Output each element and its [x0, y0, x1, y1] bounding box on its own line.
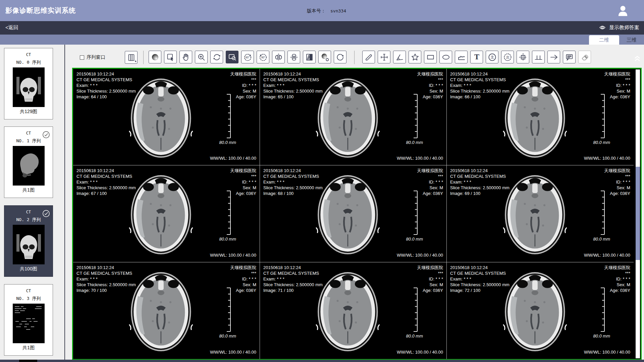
viewport-cell[interactable]: 20150618 10:12:24 CT GE MEDICAL SYSTEMS … [73, 262, 260, 359]
flip-v-icon [289, 53, 299, 62]
tool-draw-ellipse[interactable] [439, 51, 452, 63]
tool-pan[interactable] [179, 51, 192, 63]
tab-3d[interactable]: 三维 [619, 35, 644, 45]
scale-ruler [413, 287, 418, 332]
collapse-toolbar-button[interactable] [633, 53, 642, 62]
cell-patient-id: ID: * * * [230, 83, 256, 88]
viewport-cell[interactable]: 20150618 10:12:24 CT GE MEDICAL SYSTEMS … [260, 69, 447, 165]
tool-select[interactable] [164, 51, 177, 63]
cell-overlay-top-left: 20150618 10:12:24 CT GE MEDICAL SYSTEMS … [450, 265, 509, 293]
horizontal-scrollbar-thumb[interactable] [19, 360, 37, 362]
tool-text-annotation[interactable] [470, 51, 483, 63]
viewport-cell[interactable]: 20150618 10:12:24 CT GE MEDICAL SYSTEMS … [447, 262, 634, 359]
tool-baseline-ticks[interactable] [532, 51, 545, 63]
scale-ruler [413, 190, 418, 235]
tool-arrow-annotation[interactable] [547, 51, 560, 63]
cell-system: CT GE MEDICAL SYSTEMS [450, 270, 509, 276]
tool-measure-angle[interactable] [393, 51, 406, 63]
cell-overlay-top-left: 20150618 10:12:24 CT GE MEDICAL SYSTEMS … [263, 168, 323, 196]
cell-wwwl: WW/WL: 100.00 / 40.00 [397, 155, 443, 161]
tool-zoom[interactable] [195, 51, 208, 63]
cell-patient-id: ID: * * * [417, 179, 443, 185]
cell-slice-thickness: Slice Thickness: 2.500000 mm [450, 282, 509, 288]
ball-small-icon [320, 53, 329, 62]
tool-rotate-left-90[interactable] [241, 51, 254, 63]
tool-grid-localizer[interactable] [517, 51, 529, 63]
ct-brain-image [314, 170, 382, 257]
series-card[interactable]: CT NO. 3 序列 共1图 [4, 284, 53, 356]
cross-icon [380, 53, 389, 62]
cell-slice-thickness: Slice Thickness: 2.500000 mm [263, 282, 323, 288]
cell-age: Age: 036Y [604, 288, 630, 293]
viewport-scrollbar[interactable] [636, 69, 640, 358]
viewport-scrollbar-thumb[interactable] [636, 167, 640, 260]
series-card[interactable]: CT NO. 2 序列 共100图 [4, 205, 53, 277]
cell-overlay-top-right: 天堰模拟医院 *** ID: * * * Sex: M Age: 036Y [604, 265, 630, 293]
tool-measure-line[interactable] [362, 51, 375, 63]
tool-profile-curve[interactable] [455, 51, 468, 63]
cell-hospital: 天堰模拟医院 [230, 168, 256, 173]
check-icon [42, 131, 50, 139]
ellipse-icon [441, 53, 450, 62]
star-icon [411, 53, 420, 62]
eye-icon [598, 24, 606, 31]
series-count: 共1图 [4, 345, 53, 351]
tool-invert[interactable] [303, 51, 316, 63]
series-title: NO. 1 序列 [4, 138, 53, 144]
eraser-icon [580, 53, 589, 62]
back-button[interactable]: <返回 [5, 24, 18, 31]
version-value: svn334 [330, 8, 346, 13]
cell-overlay-top-right: 天堰模拟医院 *** ID: * * * Sex: M Age: 036Y [230, 71, 256, 100]
user-avatar-icon[interactable] [616, 4, 630, 18]
cell-hospital: 天堰模拟医院 [230, 71, 256, 77]
cell-datetime: 20150618 10:12:24 [450, 168, 509, 173]
circle-main-icon [488, 53, 497, 62]
tool-flip-horizontal[interactable] [272, 51, 285, 63]
series-thumbnail [13, 146, 45, 186]
horizontal-scrollbar[interactable] [0, 360, 644, 362]
tool-measure-cross[interactable] [378, 51, 390, 63]
cell-age: Age: 036Y [230, 191, 256, 196]
grid-icon [519, 53, 528, 62]
layout-columns-button[interactable] [125, 51, 138, 64]
tool-sync-rotate[interactable] [210, 51, 223, 63]
viewport-cell[interactable]: 20150618 10:12:24 CT GE MEDICAL SYSTEMS … [73, 165, 260, 262]
cell-wwwl: WW/WL: 100.00 / 40.00 [584, 155, 630, 161]
header-bar: 影像诊断思维实训系统 版本号：svn334 [0, 0, 644, 21]
baseline-icon [534, 53, 543, 62]
cell-datetime: 20150618 10:12:24 [76, 71, 136, 77]
chevron-up-icon [633, 53, 642, 62]
cell-exam: Exam: * * * [450, 83, 509, 88]
viewport-cell[interactable]: 20150618 10:12:24 CT GE MEDICAL SYSTEMS … [447, 69, 634, 165]
viewport-cell[interactable]: 20150618 10:12:24 CT GE MEDICAL SYSTEMS … [447, 165, 634, 262]
scale-ruler [226, 190, 231, 235]
tool-rotate-right-90[interactable] [257, 51, 269, 63]
viewport-cell[interactable]: 20150618 10:12:24 CT GE MEDICAL SYSTEMS … [260, 262, 447, 359]
tab-2d[interactable]: 二维 [589, 35, 619, 45]
cell-stars: *** [604, 270, 630, 276]
cell-sex: Sex: M [417, 88, 443, 94]
cell-hospital: 天堰模拟医院 [604, 71, 630, 77]
series-card[interactable]: CT NO. 0 序列 共129图 [4, 48, 53, 119]
tool-reset[interactable] [334, 51, 346, 63]
tool-window-preset[interactable] [318, 51, 331, 63]
ct-brain-image [127, 267, 195, 354]
series-card[interactable]: CT NO. 1 序列 共1图 [4, 126, 53, 198]
tool-secondary-series[interactable] [501, 51, 514, 63]
tool-main-series[interactable] [486, 51, 498, 63]
scale-label: 80.0 mm [406, 140, 423, 145]
tool-window-level[interactable] [149, 51, 161, 63]
viewport-cell[interactable]: 20150618 10:12:24 CT GE MEDICAL SYSTEMS … [73, 69, 260, 165]
scale-label: 80.0 mm [406, 237, 423, 242]
tool-draw-rectangle[interactable] [424, 51, 437, 63]
tool-zoom-region[interactable] [226, 51, 238, 63]
viewport-cell[interactable]: 20150618 10:12:24 CT GE MEDICAL SYSTEMS … [260, 165, 447, 262]
series-window-checkbox[interactable] [80, 55, 84, 60]
show-teacher-answer-button[interactable]: 显示教师答案 [598, 24, 639, 31]
tool-draw-polygon[interactable] [409, 51, 421, 63]
tool-flip-vertical[interactable] [287, 51, 300, 63]
line-icon [364, 53, 373, 62]
cell-age: Age: 036Y [604, 94, 630, 100]
tool-comment[interactable] [563, 51, 576, 63]
cell-overlay-top-right: 天堰模拟医院 *** ID: * * * Sex: M Age: 036Y [230, 265, 256, 293]
